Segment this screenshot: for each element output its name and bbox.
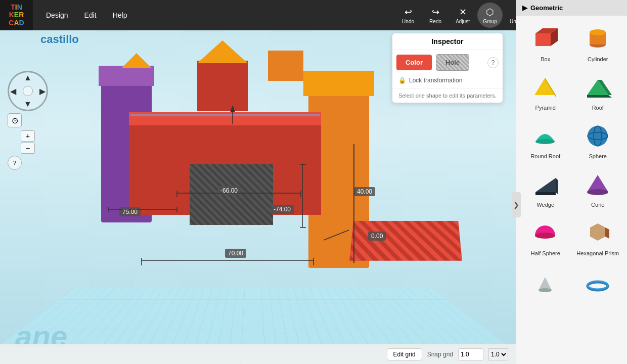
shape-round-roof[interactable]: Round Roof: [520, 117, 571, 163]
shape-roof[interactable]: Roof: [573, 68, 623, 115]
lock-row[interactable]: 🔒 Lock transformation: [392, 75, 503, 88]
tower-orange-top: [303, 71, 374, 96]
dim-label-4: 40.00: [354, 187, 375, 196]
tower-purple-top: [99, 66, 154, 86]
svg-marker-36: [587, 95, 612, 98]
sphere-label: Sphere: [589, 153, 607, 159]
group-icon: ⬡: [486, 7, 494, 18]
shape-torus[interactable]: [573, 264, 623, 303]
zoom-in-button[interactable]: +: [21, 130, 35, 142]
nav-ring: ▲ ▼ ◀ ▶: [8, 71, 48, 111]
edit-grid-button[interactable]: Edit grid: [387, 348, 422, 360]
project-title[interactable]: castillo: [40, 33, 79, 46]
adjust-icon: ✕: [459, 7, 467, 18]
zoom-out-button[interactable]: −: [21, 143, 35, 154]
svg-point-37: [535, 139, 555, 144]
sphere-icon: [583, 121, 613, 151]
roof-icon: [583, 72, 613, 103]
menu-items: Design Edit Help: [38, 7, 136, 23]
shape-sphere[interactable]: Sphere: [573, 117, 623, 163]
menu-edit[interactable]: Edit: [76, 7, 105, 23]
adjust-button[interactable]: ✕ Adjust: [450, 5, 475, 26]
shapes-grid-extra: [516, 264, 627, 307]
hex-prism-label: Hexagonal Prism: [576, 250, 619, 256]
home-button[interactable]: ⊙: [8, 113, 22, 127]
panel-toggle-button[interactable]: ❯: [512, 192, 521, 217]
shape-cone[interactable]: Cone: [573, 165, 623, 212]
shapes-header-label: Geometric: [530, 4, 563, 12]
inspector-color-row: Color Hole ?: [392, 50, 503, 75]
undo-button[interactable]: ↩ Undo: [395, 5, 421, 26]
dim-label-5: 0.00: [368, 232, 386, 241]
nav-right-button[interactable]: ▶: [39, 86, 46, 96]
half-sphere-label: Half Sphere: [531, 250, 560, 256]
roof-label: Roof: [592, 105, 604, 111]
shapes-header: ▶ Geometric: [516, 0, 627, 16]
shape-small-cone[interactable]: [520, 264, 571, 303]
svg-point-51: [539, 288, 552, 292]
shapes-header-icon: ▶: [522, 4, 527, 12]
tower-orange-back-right[interactable]: [268, 51, 303, 81]
inspector-hint: Select one shape to edit its parameters.: [392, 88, 503, 103]
home-icon: ⊙: [12, 116, 18, 125]
inspector-title: Inspector: [392, 33, 503, 50]
svg-point-31: [590, 29, 606, 35]
undo-icon: ↩: [405, 7, 412, 18]
pyramid-icon: [530, 72, 561, 103]
nav-up-button[interactable]: ▲: [24, 73, 32, 82]
wall-highlight: [130, 114, 320, 116]
color-button[interactable]: Color: [396, 55, 432, 70]
svg-marker-48: [605, 228, 609, 239]
wedge-icon: [530, 169, 561, 200]
cone-icon: [583, 169, 613, 200]
bottom-bar: Edit grid Snap grid 1.0 0.5 2.0: [0, 344, 516, 364]
lock-label: Lock transformation: [409, 77, 462, 84]
redo-button[interactable]: ↪ Redo: [423, 5, 448, 26]
red-tower-tip: [197, 40, 248, 63]
dim-label-6: 70.00: [225, 249, 246, 258]
snap-grid-input[interactable]: [458, 348, 483, 360]
svg-marker-32: [534, 78, 556, 95]
snap-grid-select[interactable]: 1.0 0.5 2.0: [488, 348, 508, 360]
dim-label-1: -66.00: [217, 186, 241, 195]
tower-red-back[interactable]: [197, 61, 248, 111]
round-roof-icon: [530, 121, 561, 151]
shape-box[interactable]: Box: [520, 20, 571, 66]
inspector-panel: Inspector Color Hole ? 🔒 Lock transforma…: [392, 33, 503, 103]
nav-center[interactable]: [23, 86, 33, 96]
shape-hex-prism[interactable]: Hexagonal Prism: [573, 214, 623, 260]
zoom-controls: + −: [8, 130, 48, 154]
svg-marker-43: [556, 178, 558, 194]
inspector-help-button[interactable]: ?: [487, 57, 499, 68]
snap-grid-label: Snap grid: [427, 351, 453, 358]
redo-icon: ↪: [432, 7, 439, 18]
cylinder-icon: [583, 24, 613, 54]
shape-wedge[interactable]: Wedge: [520, 165, 571, 212]
pyramid-label: Pyramid: [535, 105, 556, 111]
small-cone-icon: [530, 268, 561, 299]
svg-rect-26: [535, 33, 551, 46]
svg-point-38: [588, 126, 608, 146]
hole-button[interactable]: Hole: [436, 54, 469, 71]
menu-help[interactable]: Help: [105, 7, 136, 23]
svg-marker-42: [535, 192, 556, 195]
shapes-panel: ▶ Geometric Box Cylin: [516, 0, 627, 364]
svg-marker-47: [590, 223, 605, 241]
nav-down-button[interactable]: ▼: [24, 100, 32, 109]
shape-cylinder[interactable]: Cylinder: [573, 20, 623, 66]
menu-design[interactable]: Design: [38, 7, 76, 23]
logo-text: TIN KER CAD: [9, 4, 24, 27]
shape-half-sphere[interactable]: Half Sphere: [520, 214, 571, 260]
nav-left-button[interactable]: ◀: [10, 86, 16, 96]
logo[interactable]: TIN KER CAD: [0, 0, 33, 30]
red-platform[interactable]: [349, 221, 462, 261]
dim-label-3: 75.00: [119, 207, 141, 216]
help-button[interactable]: ?: [8, 156, 22, 170]
box-icon: [530, 24, 561, 54]
svg-marker-41: [535, 178, 556, 192]
shape-pyramid[interactable]: Pyramid: [520, 68, 571, 115]
wedge-label: Wedge: [536, 202, 554, 208]
torus-icon: [583, 268, 613, 299]
round-roof-label: Round Roof: [530, 153, 560, 159]
group-button[interactable]: ⬡ Group: [477, 3, 503, 28]
